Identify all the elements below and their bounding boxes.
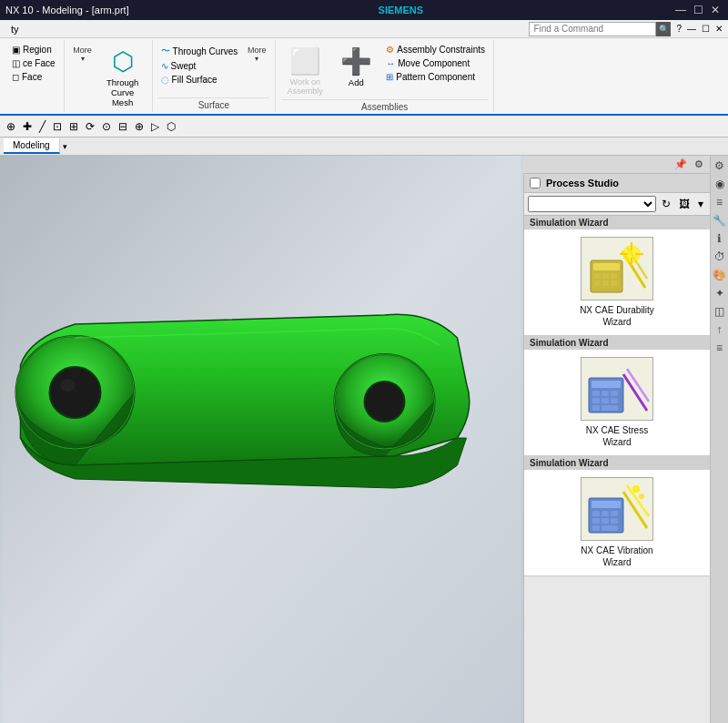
sidebar-icon-color[interactable]: 🎨 bbox=[713, 269, 726, 281]
sidebar-icon-up[interactable]: ↑ bbox=[717, 323, 723, 336]
ribbon-group-surface: 〜 Through Curves ∿ Swept ◌ Fill Surface … bbox=[153, 40, 277, 112]
ce-face-btn[interactable]: ◫ ce Face bbox=[9, 57, 58, 69]
svg-rect-11 bbox=[594, 273, 601, 279]
swept-btn[interactable]: ∿ Swept bbox=[158, 60, 241, 72]
wizard-card-durability[interactable]: NX CAE DurabilityWizard bbox=[524, 229, 710, 335]
vibration-wizard-icon bbox=[581, 477, 653, 541]
svg-rect-28 bbox=[602, 391, 609, 396]
more-btn-left[interactable]: More ▾ bbox=[70, 44, 96, 65]
window-controls[interactable]: — ☐ ✕ bbox=[672, 4, 723, 16]
wizard-card-vibration[interactable]: NX CAE VibrationWizard bbox=[524, 470, 710, 575]
toolbar-btn-7[interactable]: ⊙ bbox=[99, 118, 114, 135]
search-input[interactable] bbox=[529, 22, 656, 36]
right-sidebar: ⚙ ◉ ≡ 🔧 ℹ ⏱ 🎨 ✦ ◫ ↑ ≡ bbox=[710, 156, 728, 723]
add-icon: ➕ bbox=[340, 46, 372, 77]
sidebar-icon-info[interactable]: ℹ bbox=[717, 232, 722, 245]
process-panel-checkbox[interactable] bbox=[530, 178, 541, 188]
wizard-card-stress[interactable]: NX CAE StressWizard bbox=[524, 350, 710, 455]
fill-surface-label: Fill Surface bbox=[172, 75, 217, 85]
pattern-component-label: Pattern Component bbox=[396, 72, 475, 82]
toolbar-btn-5[interactable]: ⊞ bbox=[66, 118, 81, 135]
more-btn-surface[interactable]: More ▾ bbox=[244, 44, 269, 65]
viewport-3d[interactable] bbox=[0, 156, 523, 723]
face-btn[interactable]: ◻ Face bbox=[9, 71, 58, 83]
svg-rect-13 bbox=[611, 273, 617, 279]
fill-surface-icon: ◌ bbox=[161, 75, 169, 85]
assembly-small-group: ⚙ Assembly Constraints ↔ Move Component … bbox=[383, 44, 488, 83]
sidebar-icon-panels[interactable]: ◫ bbox=[714, 305, 724, 318]
region-btn[interactable]: ▣ Region bbox=[9, 44, 58, 56]
assembly-constraints-icon: ⚙ bbox=[386, 45, 394, 55]
panel-settings-btn[interactable]: ⚙ bbox=[692, 158, 706, 171]
add-btn[interactable]: ➕ Add bbox=[332, 44, 379, 90]
close-btn[interactable]: ✕ bbox=[708, 4, 723, 16]
toolbar-btn-6[interactable]: ⟳ bbox=[83, 118, 97, 135]
svg-rect-33 bbox=[592, 405, 600, 411]
assembly-constraints-btn[interactable]: ⚙ Assembly Constraints bbox=[383, 44, 488, 56]
region-small-group: ▣ Region ◫ ce Face ◻ Face bbox=[9, 44, 58, 83]
toolbar-btn-4[interactable]: ⊡ bbox=[50, 118, 65, 135]
sidebar-icon-history[interactable]: ⏱ bbox=[714, 250, 725, 263]
durability-wizard-name: NX CAE DurabilityWizard bbox=[580, 304, 654, 328]
svg-point-2 bbox=[50, 367, 101, 418]
region-label: Region bbox=[23, 45, 52, 55]
search-icon[interactable]: 🔍 bbox=[656, 22, 671, 36]
toolbar-btn-10[interactable]: ▷ bbox=[148, 118, 162, 135]
through-curves-icon: 〜 bbox=[161, 45, 170, 57]
sidebar-icon-layers[interactable]: ≡ bbox=[716, 196, 723, 209]
pattern-component-btn[interactable]: ⊞ Pattern Component bbox=[383, 71, 488, 83]
toolbar-btn-9[interactable]: ⊕ bbox=[132, 118, 147, 135]
vibration-wizard-name: NX CAE VibrationWizard bbox=[581, 545, 652, 568]
svg-rect-12 bbox=[602, 273, 609, 279]
svg-rect-44 bbox=[602, 518, 609, 524]
surface-group-content: 〜 Through Curves ∿ Swept ◌ Fill Surface … bbox=[158, 40, 270, 97]
sidebar-icon-menu[interactable]: ≡ bbox=[716, 341, 723, 354]
menu-item-file[interactable]: ty bbox=[4, 24, 26, 35]
move-component-btn[interactable]: ↔ Move Component bbox=[383, 57, 488, 69]
maximize-btn[interactable]: ☐ bbox=[691, 4, 706, 16]
sidebar-icon-special[interactable]: ✦ bbox=[715, 287, 724, 300]
toolbar-btn-11[interactable]: ⬡ bbox=[164, 118, 178, 135]
help-btn[interactable]: ? bbox=[674, 24, 683, 34]
max-btn2[interactable]: ☐ bbox=[700, 24, 712, 34]
process-panel-header: Process Studio bbox=[524, 174, 710, 193]
toolbar-btn-1[interactable]: ⊕ bbox=[4, 118, 18, 135]
work-on-assembly-btn[interactable]: ⬜ Work onAssembly bbox=[281, 44, 329, 99]
close-btn2[interactable]: ✕ bbox=[713, 24, 724, 34]
assembly-constraints-label: Assembly Constraints bbox=[397, 45, 485, 55]
region-group-content: ▣ Region ◫ ce Face ◻ Face bbox=[9, 40, 58, 112]
sidebar-icon-tools[interactable]: 🔧 bbox=[713, 214, 726, 227]
process-refresh-btn[interactable]: ↻ bbox=[659, 197, 673, 211]
toolbar-btn-3[interactable]: ╱ bbox=[36, 118, 48, 135]
stress-wizard-icon bbox=[581, 357, 653, 421]
min-btn2[interactable]: — bbox=[685, 24, 698, 34]
toolbar-btn-8[interactable]: ⊟ bbox=[116, 118, 130, 135]
surface-group-label: Surface bbox=[158, 97, 270, 112]
fill-surface-btn[interactable]: ◌ Fill Surface bbox=[158, 74, 241, 86]
tab-modeling-label: Modeling bbox=[13, 140, 50, 150]
svg-point-50 bbox=[632, 485, 640, 493]
surface-small-group: 〜 Through Curves ∿ Swept ◌ Fill Surface bbox=[158, 44, 241, 86]
tab-modeling[interactable]: Modeling bbox=[4, 138, 60, 154]
svg-rect-14 bbox=[594, 280, 601, 286]
toolbar-strip: ⊕ ✚ ╱ ⊡ ⊞ ⟳ ⊙ ⊟ ⊕ ▷ ⬡ bbox=[0, 116, 728, 137]
wizard-label-3: Simulation Wizard bbox=[524, 456, 710, 470]
sidebar-icon-settings[interactable]: ⚙ bbox=[714, 159, 724, 172]
svg-rect-10 bbox=[593, 263, 620, 270]
process-image-btn[interactable]: 🖼 bbox=[676, 197, 693, 211]
svg-rect-46 bbox=[592, 525, 600, 531]
process-panel-wrapper: 📌 ⚙ Process Studio ↻ 🖼 ▾ bbox=[523, 156, 710, 723]
minimize-btn[interactable]: — bbox=[672, 4, 689, 16]
toolbar-btn-2[interactable]: ✚ bbox=[20, 118, 35, 135]
process-more-btn[interactable]: ▾ bbox=[695, 197, 706, 211]
sidebar-icon-view[interactable]: ◉ bbox=[715, 178, 724, 190]
panel-top-controls: 📌 ⚙ bbox=[523, 156, 710, 174]
durability-wizard-icon bbox=[581, 237, 653, 300]
process-panel-select[interactable] bbox=[528, 196, 656, 212]
through-curves-label: Through Curves bbox=[173, 46, 238, 56]
through-curves-btn[interactable]: 〜 Through Curves bbox=[158, 44, 241, 58]
tab-dropdown-arrow[interactable]: ▾ bbox=[60, 142, 70, 151]
through-curve-mesh-label: ThroughCurve Mesh bbox=[101, 77, 145, 108]
through-curve-mesh-btn[interactable]: ⬡ ThroughCurve Mesh bbox=[99, 44, 147, 111]
panel-pin-btn[interactable]: 📌 bbox=[672, 158, 690, 171]
